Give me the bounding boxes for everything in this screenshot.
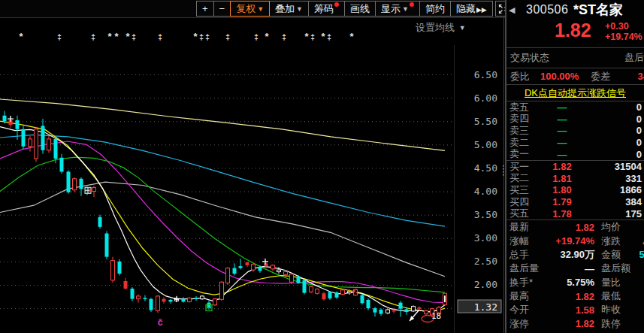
event-marker-icon: ‡ (199, 33, 204, 41)
stat-row-1: 最新1.82均价 (506, 220, 644, 234)
y-axis-tick: 6.50 (474, 69, 497, 80)
candle-body (310, 286, 313, 292)
candle-body (35, 129, 38, 159)
event-marker-icon: ‡ (282, 33, 286, 41)
event-marker-icon: * (107, 31, 112, 42)
toolbar-button-simple-mode[interactable]: 简约 (419, 1, 451, 17)
bid-row-2[interactable]: 买二1.81331 (506, 173, 644, 185)
ask-price: — (535, 114, 589, 125)
candle-body (29, 139, 32, 147)
toolbar-button-adjust-price[interactable]: 复权▼ (230, 1, 270, 17)
bid-level-label: 买五 (506, 207, 535, 220)
c-flag-marker: ĉ (158, 317, 163, 328)
ask-row-1[interactable]: 卖五—0 (506, 101, 644, 114)
ask-level-label: 卖一 (506, 147, 535, 161)
dk-signal-link[interactable]: DK点自动提示涨跌信号 (525, 87, 626, 98)
candle-body (92, 188, 96, 192)
candle-body (392, 310, 396, 312)
event-marker-icon: ‡ (225, 33, 230, 41)
stats-grid: 最新1.82均价涨幅+19.74%涨跌▲总手32.90万金额56盘后量—盘后额换… (506, 220, 644, 331)
kline-chart-canvas[interactable]: 6.506.005.505.004.504.003.503.002.502.00… (0, 0, 505, 333)
candle-body (335, 292, 339, 298)
candle-body (144, 298, 147, 299)
ask-row-4[interactable]: 卖二—0 (506, 137, 644, 149)
ask-quantity: 0 (589, 114, 644, 125)
ma-setting-label: 设置均线 (416, 22, 455, 33)
event-marker-icon: ‡ (158, 33, 162, 41)
stat-label: 盘后量 (506, 262, 545, 275)
event-marker-icon: ‡ (310, 33, 315, 41)
ask-price: — (535, 125, 589, 136)
candle-body (105, 234, 109, 257)
y-axis-tick: 5.00 (474, 139, 497, 150)
candle-body (67, 171, 71, 192)
toolbar-button-zoom-out[interactable]: − (213, 1, 231, 17)
notification-dot-icon (334, 2, 339, 7)
candle-body (124, 281, 128, 289)
stat-label: 涨跌 (594, 235, 621, 248)
stock-code: 300506 (526, 3, 568, 17)
bid-row-4[interactable]: 买四1.79384 (506, 196, 644, 208)
bid-row-3[interactable]: 买三1.801866 (506, 184, 644, 196)
chevron-down-icon: ▼ (257, 5, 264, 13)
toolbar-button-zoom-in[interactable]: + (196, 1, 214, 17)
candle-body (239, 266, 243, 268)
candle-body (22, 129, 26, 147)
ask-row-3[interactable]: 卖三—0 (506, 125, 644, 137)
chevron-down-icon: ▼ (296, 5, 303, 13)
last-price: 1.82 (555, 20, 591, 41)
candle-body (118, 262, 122, 274)
ask-price: — (535, 137, 589, 148)
event-marker-icon: ‡ (132, 33, 136, 41)
event-marker-icon: ‡ (57, 33, 62, 41)
ask-row-5[interactable]: 卖一—0 (506, 148, 644, 160)
panel-collapse-icon[interactable]: ◀ (509, 5, 515, 15)
stat-label: 最高 (506, 289, 545, 303)
candle-body (316, 289, 319, 294)
candle-body (290, 274, 294, 283)
weibi-value: 100.00% (540, 71, 579, 82)
candle-body (60, 158, 64, 172)
stat-label: 均价 (594, 220, 621, 234)
candle-body (367, 300, 370, 308)
candle-body (98, 217, 102, 227)
ask-row-2[interactable]: 卖四—0 (506, 114, 644, 126)
y-axis-tick: 2.50 (474, 256, 497, 267)
toolbar-button-display[interactable]: 显示▼ (375, 1, 420, 17)
candle-body (405, 309, 409, 312)
event-marker-icon: ‡ (91, 33, 95, 41)
candle-body (220, 282, 224, 299)
toolbar-button-overlay[interactable]: 叠加▼ (269, 1, 309, 17)
toolbar-button-label: − (219, 3, 225, 14)
ma-setting-button[interactable]: 设置均线 ▼ (416, 21, 466, 35)
ask-price: — (535, 149, 589, 160)
toolbar-button-chips[interactable]: 筹码 (308, 1, 345, 17)
stat-value: 1.82 (545, 318, 594, 329)
bid-price: 1.80 (535, 184, 589, 195)
candle-body (233, 268, 237, 274)
chart-toolbar-buttons: +−复权▼叠加▼筹码画线显示▼简约隐藏▶▶ (197, 1, 512, 17)
event-marker-icon: * (304, 31, 309, 42)
candle-body (386, 310, 390, 313)
y-axis-tick: 4.50 (474, 162, 497, 174)
dk-signal-row: DK点自动提示涨跌信号 (506, 85, 644, 101)
ask-price: — (535, 101, 589, 113)
toolbar-button-label: 画线 (350, 3, 370, 14)
cross-marker-icon (8, 116, 14, 122)
stat-value: 1.82 (545, 222, 594, 233)
toolbar-button-draw-line[interactable]: 画线 (344, 1, 376, 17)
bid-quantity: 31504 (589, 161, 644, 172)
candle-body (73, 179, 77, 190)
candle-body (54, 139, 58, 159)
stat-label: 最新 (506, 220, 545, 234)
trade-status-value: 盘后 (624, 51, 644, 65)
stat-row-3: 总手32.90万金额56 (506, 248, 644, 262)
weicha-value: 34 (638, 71, 644, 82)
bid-row-1[interactable]: 买一1.8231504 (506, 161, 644, 173)
candle-body (252, 265, 255, 270)
candle-inner-fill (444, 295, 446, 302)
toolbar-button-hide[interactable]: 隐藏▶▶ (450, 1, 493, 17)
min-price-label: 1.32 (474, 301, 497, 313)
bid-row-5[interactable]: 买五1.78175 (506, 207, 644, 219)
weibi-row: 委比 100.00% 委差 34 (506, 68, 644, 84)
